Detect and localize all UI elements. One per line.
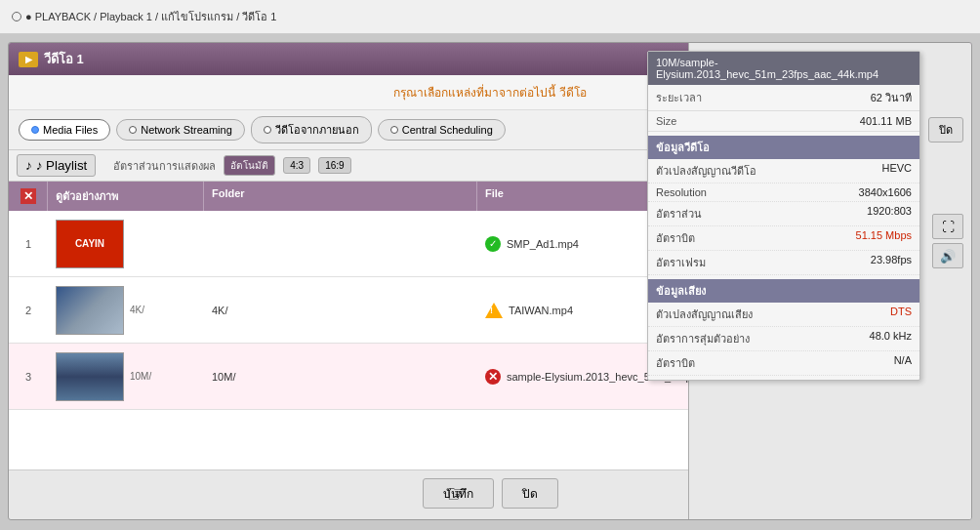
tab-external-label: วีดีโอจากภายนอก — [275, 121, 359, 139]
tab-external-video[interactable]: วีดีโอจากภายนอก — [251, 116, 372, 143]
col-preview-label: ดูตัวอย่างภาพ — [56, 190, 118, 202]
tooltip-value-duration: 62 วินาที — [871, 89, 912, 106]
sample-rate-value: 48.0 kHz — [870, 330, 912, 347]
audio-bitrate-row: อัตราบิต N/A — [648, 351, 919, 376]
playlist-icon: ♪ — [25, 158, 32, 173]
tooltip-label-size: Size — [656, 115, 676, 127]
fullscreen-button[interactable]: ⛶ — [932, 214, 963, 239]
tooltip-row-size: Size 401.11 MB — [648, 111, 919, 132]
tab-media-files[interactable]: Media Files — [19, 119, 110, 141]
tab-radio-central — [390, 126, 398, 134]
row-folder-1 — [204, 240, 477, 248]
filename-1: SMP_Ad1.mp4 — [507, 238, 579, 250]
row-folder-3: 10M/ — [204, 367, 477, 387]
save-label: บันทึก — [443, 487, 473, 501]
aspect-value: 1920:803 — [867, 205, 912, 223]
folder-label-3: 10M/ — [130, 371, 151, 382]
audio-codec-label: ตัวเปลงสัญญาณเสียง — [656, 306, 753, 323]
audio-info-section: ข้อมูลเสียง ตัวเปลงสัญญาณเสียง DTS อัตรา… — [648, 279, 919, 376]
video-info-section: ข้อมูลวีดีโอ ตัวเปลงสัญญาณวีดีโอ HEVC Re… — [648, 136, 919, 275]
tab-media-label: Media Files — [43, 124, 98, 136]
tooltip-row-duration: ระยะเวลา 62 วินาที — [648, 85, 919, 111]
panel-title: วีดีโอ 1 — [44, 49, 84, 69]
sample-rate-label: อัตราการสุ่มตัวอย่าง — [656, 330, 750, 347]
row-thumb-3: 10M/ — [48, 348, 204, 405]
tooltip-title: 10M/sample-Elysium.2013_hevc_51m_23fps_a… — [656, 57, 878, 80]
auto-ratio-button[interactable]: อัตโนมัติ — [224, 155, 275, 176]
bitrate-label: อัตราบิต — [656, 229, 695, 247]
ratio-16-9-label: 16:9 — [325, 160, 344, 171]
audio-codec-row: ตัวเปลงสัญญาณเสียง DTS — [648, 303, 919, 327]
status-ok-icon-1: ✓ — [485, 236, 501, 252]
tooltip-close-button[interactable]: ปิด — [928, 117, 963, 143]
circle-icon — [12, 12, 21, 21]
video-section-header: ข้อมูลวีดีโอ — [648, 136, 919, 159]
row-num-2: 2 — [9, 301, 48, 320]
city-thumb — [57, 352, 123, 401]
folder-label-2: 4K/ — [130, 305, 144, 315]
play-icon: ▶ — [25, 55, 32, 64]
aspect-label: อัตราส่วน — [656, 205, 702, 223]
status-error-icon-3: ✕ — [485, 369, 501, 385]
aspect-ratio-label: อัตราส่วนการแสดงผล — [113, 157, 216, 175]
col-header-delete: ✕ — [9, 182, 48, 211]
video-panel: ▶ วีดีโอ 1 กรุณาเลือกแหล่งที่มาจากต่อไปน… — [8, 42, 972, 520]
playlist-button[interactable]: ♪ ♪ Playlist — [17, 154, 96, 177]
row-num-1: 1 — [9, 234, 48, 254]
tooltip-value-size: 401.11 MB — [860, 115, 912, 127]
tooltip-close-label: ปิด — [939, 124, 953, 136]
panel-header-icon: ▶ — [19, 52, 38, 67]
landscape-thumb — [57, 286, 123, 335]
save-button[interactable]: บันทึก — [423, 478, 494, 509]
audio-bitrate-label: อัตราบิต — [656, 354, 695, 372]
status-warn-icon-2 — [485, 303, 503, 318]
top-bar: ● PLAYBACK / Playback 1 / แก้ไขโปรแกรม /… — [0, 0, 980, 34]
tooltip-header: 10M/sample-Elysium.2013_hevc_51m_23fps_a… — [648, 52, 919, 85]
video-codec-row: ตัวเปลงสัญญาณวีดีโอ HEVC — [648, 159, 919, 183]
ratio-4-3-label: 4:3 — [290, 160, 304, 171]
tab-radio-network — [129, 126, 137, 134]
cayin-logo: CAYIN — [57, 220, 123, 268]
thumbnail-3 — [56, 352, 124, 401]
breadcrumb: ● PLAYBACK / Playback 1 / แก้ไขโปรแกรม /… — [25, 8, 276, 25]
ratio-16-9-button[interactable]: 16:9 — [318, 157, 350, 174]
col-header-preview: ดูตัวอย่างภาพ — [48, 182, 204, 211]
row-thumb-1: CAYIN — [48, 216, 204, 272]
framerate-row: อัตราเฟรม 23.98fps — [648, 251, 919, 275]
main-window: ● PLAYBACK / Playback 1 / แก้ไขโปรแกรม /… — [0, 0, 980, 530]
thumbnail-1: CAYIN — [56, 220, 124, 268]
bitrate-value: 51.15 Mbps — [856, 229, 912, 247]
auto-ratio-label: อัตโนมัติ — [230, 160, 268, 171]
framerate-value: 23.98fps — [871, 254, 912, 271]
filename-2: TAIWAN.mp4 — [509, 305, 573, 316]
bitrate-row: อัตราบิต 51.15 Mbps — [648, 226, 919, 251]
tab-radio-external — [264, 126, 271, 134]
sample-rate-row: อัตราการสุ่มตัวอย่าง 48.0 kHz — [648, 327, 919, 351]
audio-section-header: ข้อมูลเสียง — [648, 279, 919, 303]
tab-network-streaming[interactable]: Network Streaming — [116, 119, 245, 141]
aspect-row: อัตราส่วน 1920:803 — [648, 202, 919, 226]
col-header-folder: Folder — [204, 182, 477, 211]
playlist-label: ♪ Playlist — [36, 158, 88, 173]
resolution-label: Resolution — [656, 186, 707, 198]
video-codec-value: HEVC — [881, 162, 912, 180]
delete-all-icon[interactable]: ✕ — [20, 188, 36, 204]
row-num-3: 3 — [9, 367, 48, 387]
video-codec-label: ตัวเปลงสัญญาณวีดีโอ — [656, 162, 756, 180]
close-button[interactable]: ปิด — [502, 478, 558, 509]
tab-network-label: Network Streaming — [141, 124, 232, 136]
tab-radio-media — [31, 126, 39, 134]
tab-central-scheduling[interactable]: Central Scheduling — [378, 119, 506, 141]
col-file-label: File — [485, 187, 504, 199]
audio-button[interactable]: 🔊 — [932, 243, 963, 268]
audio-codec-value: DTS — [890, 306, 912, 323]
tooltip-label-duration: ระยะเวลา — [656, 89, 702, 106]
row-folder-2: 4K/ — [204, 301, 477, 320]
ratio-4-3-button[interactable]: 4:3 — [283, 157, 310, 174]
tooltip-popup: 10M/sample-Elysium.2013_hevc_51m_23fps_a… — [647, 51, 920, 381]
resolution-value: 3840x1606 — [859, 186, 912, 198]
audio-bitrate-value: N/A — [894, 354, 912, 372]
thumbnail-2 — [56, 286, 124, 335]
close-label: ปิด — [522, 487, 538, 501]
resolution-row: Resolution 3840x1606 — [648, 183, 919, 202]
